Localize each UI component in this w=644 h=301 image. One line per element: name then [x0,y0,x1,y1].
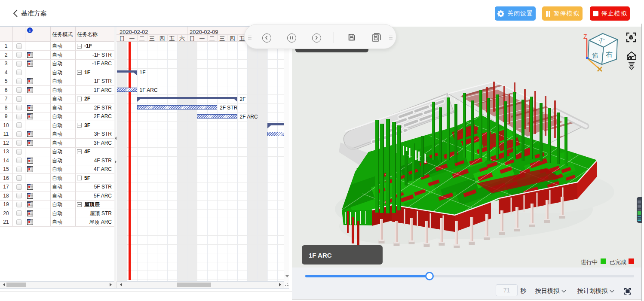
svg-text:Z: Z [583,33,587,40]
svg-text:前: 前 [592,52,599,59]
svg-text:右: 右 [606,51,613,58]
